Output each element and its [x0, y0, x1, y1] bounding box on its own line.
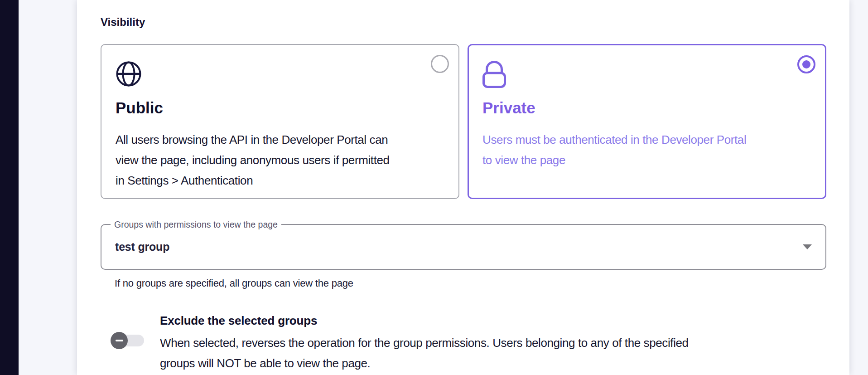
groups-select-value: test group	[115, 240, 169, 253]
exclude-groups-row: Exclude the selected groups When selecte…	[101, 314, 826, 374]
visibility-section: Visibility Public All users browsing the…	[101, 0, 826, 374]
globe-icon	[116, 61, 444, 88]
radio-dot	[802, 60, 810, 68]
section-title-visibility: Visibility	[101, 0, 826, 28]
exclude-groups-toggle-off[interactable]	[111, 332, 144, 349]
settings-panel: Visibility Public All users browsing the…	[77, 0, 849, 375]
groups-select-label: Groups with permissions to view the page	[111, 219, 281, 229]
screen: Visibility Public All users browsing the…	[0, 0, 868, 375]
radio-public-unselected[interactable]	[431, 55, 449, 73]
visibility-card-public[interactable]: Public All users browsing the API in the…	[101, 44, 459, 199]
card-description-private: Users must be authenticated in the Devel…	[482, 130, 811, 170]
page-background-right	[849, 0, 868, 375]
visibility-card-private[interactable]: Private Users must be authenticated in t…	[468, 44, 826, 199]
toggle-knob	[111, 332, 128, 349]
minus-icon	[116, 340, 123, 341]
card-description-public: All users browsing the API in the Develo…	[116, 130, 444, 191]
exclude-groups-description: When selected, reverses the operation fo…	[160, 333, 689, 374]
chevron-down-icon	[803, 244, 812, 249]
groups-permissions-select[interactable]: Groups with permissions to view the page…	[101, 224, 826, 270]
groups-helper-text: If no groups are specified, all groups c…	[115, 278, 826, 289]
exclude-groups-text: Exclude the selected groups When selecte…	[160, 314, 689, 374]
card-title-private: Private	[482, 100, 811, 116]
app-sidebar	[0, 0, 19, 375]
visibility-option-cards: Public All users browsing the API in the…	[101, 44, 826, 199]
radio-private-selected[interactable]	[797, 55, 815, 73]
lock-icon	[482, 61, 811, 88]
page-background-left	[19, 0, 77, 375]
exclude-groups-title: Exclude the selected groups	[160, 314, 689, 327]
card-title-public: Public	[116, 100, 444, 116]
